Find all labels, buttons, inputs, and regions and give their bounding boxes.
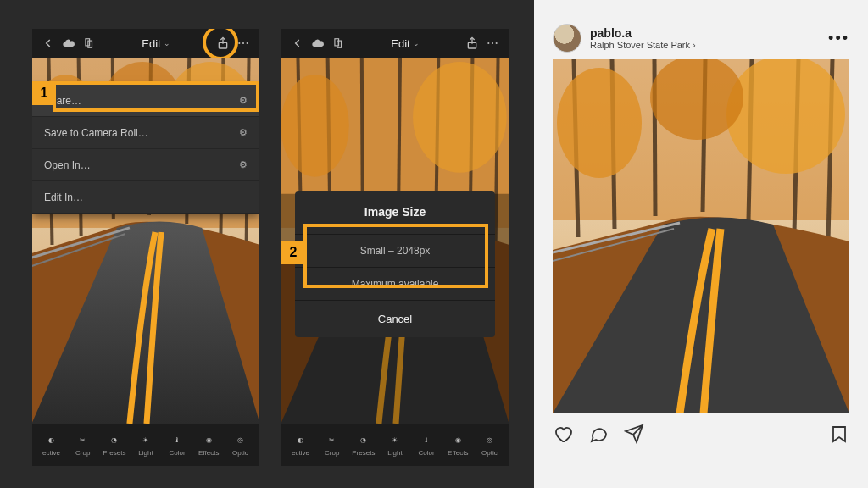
tool-optics[interactable]: ◎Optic [474,433,505,457]
more-icon[interactable] [485,36,500,51]
tool-bar: ◐ective ✂Crop ◔Presets ☀Light 🌡Color ◉Ef… [281,424,509,466]
svg-point-34 [413,62,507,173]
svg-point-23 [496,42,498,44]
bookmark-icon[interactable] [829,424,849,447]
tool-selective[interactable]: ◐ective [285,433,316,457]
aspect-icon[interactable] [81,36,97,51]
menu-open-in[interactable]: Open In… ⚙ [32,149,259,181]
location[interactable]: Ralph Stover State Park › [590,40,696,50]
svg-point-4 [242,42,244,44]
tool-effects[interactable]: ◉Effects [442,433,474,457]
tool-presets[interactable]: ◔Presets [348,433,379,457]
post-more-icon[interactable]: ••• [828,30,849,47]
tool-bar: ◐ective ✂Crop ◔Presets ☀Light 🌡Color ◉Ef… [32,424,259,466]
like-icon[interactable] [553,424,573,447]
aspect-icon[interactable] [331,36,346,51]
tool-selective[interactable]: ◐ective [36,433,67,457]
svg-point-46 [726,59,845,174]
option-small[interactable]: Small – 2048px [295,234,495,267]
svg-point-21 [487,42,489,44]
post-actions [553,413,849,447]
tool-optics[interactable]: ◎Optic [225,433,256,457]
svg-point-5 [247,42,248,44]
menu-share[interactable]: Share… ⚙ [32,85,259,117]
svg-point-45 [557,68,642,178]
menu-edit-in[interactable]: Edit In… [32,181,259,214]
username[interactable]: pablo.a [590,26,696,40]
tutorial-dark-panel: Edit ⌄ [0,0,534,488]
avatar[interactable] [553,24,581,53]
more-icon[interactable] [236,36,251,51]
instagram-panel: pablo.a Ralph Stover State Park › ••• [534,0,868,488]
edit-menu[interactable]: Edit ⌄ [391,37,419,50]
tool-crop[interactable]: ✂Crop [316,433,348,457]
edit-menu[interactable]: Edit ⌄ [142,37,170,50]
post-header: pablo.a Ralph Stover State Park › ••• [553,24,849,53]
gear-icon: ⚙ [239,159,248,170]
tool-effects[interactable]: ◉Effects [193,433,225,457]
option-maximum[interactable]: Maximum available [295,267,495,300]
dialog-title: Image Size [295,205,495,234]
post-photo[interactable] [553,59,849,413]
app-topbar: Edit ⌄ [32,29,259,58]
chevron-down-icon: ⌄ [413,39,420,47]
share-dropdown: Share… ⚙ Save to Camera Roll… ⚙ Open In…… [32,85,259,214]
svg-point-3 [238,42,240,44]
share-icon[interactable] [465,36,480,51]
back-icon[interactable] [41,36,56,51]
step-badge-1: 1 [32,81,56,105]
svg-point-33 [281,75,349,177]
share-icon[interactable] [215,36,231,51]
tool-crop[interactable]: ✂Crop [67,433,98,457]
chevron-right-icon: › [690,40,696,50]
cloud-icon[interactable] [310,36,326,51]
back-icon[interactable] [290,36,305,51]
tool-presets[interactable]: ◔Presets [98,433,130,457]
comment-icon[interactable] [588,424,609,447]
gear-icon: ⚙ [239,95,248,106]
image-size-dialog: Image Size Small – 2048px Maximum availa… [295,191,495,337]
dialog-cancel[interactable]: Cancel [295,300,495,337]
step-badge-2: 2 [281,241,305,264]
phone-screen-2: Edit ⌄ [281,29,509,466]
tool-light[interactable]: ☀Light [379,433,410,457]
app-topbar: Edit ⌄ [281,29,509,58]
svg-rect-1 [88,41,92,47]
tool-color[interactable]: 🌡Color [411,433,442,457]
tool-color[interactable]: 🌡Color [162,433,193,457]
svg-point-22 [492,42,493,44]
menu-save-camera-roll[interactable]: Save to Camera Roll… ⚙ [32,117,259,149]
send-icon[interactable] [624,424,644,447]
tool-light[interactable]: ☀Light [130,433,161,457]
chevron-down-icon: ⌄ [164,39,170,47]
gear-icon: ⚙ [239,127,248,138]
cloud-icon[interactable] [61,36,76,51]
phone-screen-1: Edit ⌄ [32,29,259,466]
svg-rect-19 [337,41,342,47]
